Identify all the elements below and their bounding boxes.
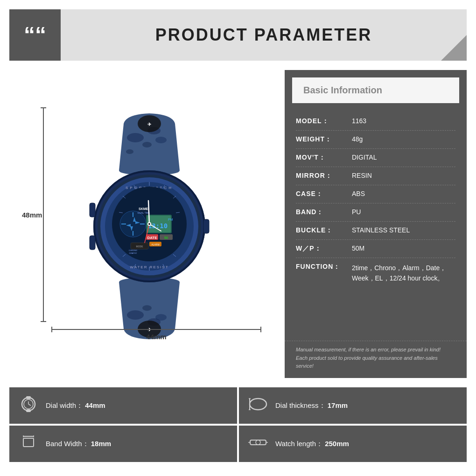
info-table: MODEL：1163WEIGHT：48gMOV'T：DIGITALMIRROR：… xyxy=(285,103,467,341)
info-row: BAND：PU xyxy=(296,203,455,222)
info-value: STAINLESS STEEL xyxy=(352,226,455,234)
watch-length-text: Watch length： 250mm xyxy=(275,440,349,448)
quote-block: ““ xyxy=(9,9,61,61)
svg-rect-74 xyxy=(23,438,34,447)
svg-text:PM: PM xyxy=(168,218,173,221)
svg-point-0 xyxy=(127,133,144,142)
svg-text:SKMEI: SKMEI xyxy=(139,207,149,210)
info-row: BUCKLE：STAINLESS STEEL xyxy=(296,222,455,240)
svg-text:DATE: DATE xyxy=(147,236,157,240)
bottom-specs: Dial width： 44mmDial thickness： 17mmBand… xyxy=(9,387,467,462)
svg-text:✈: ✈ xyxy=(147,122,152,127)
info-key: MIRROR： xyxy=(296,172,352,180)
svg-point-3 xyxy=(155,137,167,143)
dial-width-text: Dial width： 44mm xyxy=(46,401,105,410)
info-key: BUCKLE： xyxy=(296,226,352,235)
dial-thickness-icon xyxy=(248,396,268,415)
info-panel: Basic Information MODEL：1163WEIGHT：48gMO… xyxy=(285,70,467,378)
quote-icon: ““ xyxy=(24,24,46,46)
page-container: ““ PRODUCT PARAMETER 48mm xyxy=(0,0,476,476)
watch-svg: ✈ ✈ xyxy=(79,110,219,343)
info-value: 50M xyxy=(352,245,455,252)
info-value: 48g xyxy=(352,135,455,143)
info-key: CASE： xyxy=(296,190,352,198)
svg-point-70 xyxy=(250,399,266,410)
svg-text:MODE: MODE xyxy=(136,245,144,248)
info-key: MOV'T： xyxy=(296,154,352,162)
info-value: ABS xyxy=(352,190,455,197)
header: ““ PRODUCT PARAMETER xyxy=(9,9,467,61)
band-width-text: Band Width： 18mm xyxy=(46,440,111,448)
height-label: 48mm xyxy=(22,211,42,219)
h-line xyxy=(51,329,261,330)
info-row: W／P：50M xyxy=(296,240,455,258)
svg-point-51 xyxy=(148,223,150,225)
info-value: DIGITAL xyxy=(352,154,455,161)
info-value: RESIN xyxy=(352,172,455,179)
dial-thickness-text: Dial thickness： 17mm xyxy=(275,401,348,410)
corner-decoration xyxy=(441,35,467,61)
info-value: 2time，Chrono，Alarm，Date，Week，EL，12/24 ho… xyxy=(352,263,455,284)
v-line: 48mm xyxy=(43,107,44,322)
main-content: 48mm ✈ xyxy=(9,70,467,378)
svg-point-7 xyxy=(127,310,144,320)
svg-line-69 xyxy=(28,404,31,406)
info-row: WEIGHT：48g xyxy=(296,131,455,149)
vertical-dimension: 48mm xyxy=(43,107,44,322)
svg-text:CHRONO: CHRONO xyxy=(129,249,137,252)
info-value: PU xyxy=(352,208,455,216)
info-row: MOV'T：DIGITAL xyxy=(296,149,455,167)
svg-point-9 xyxy=(142,305,152,311)
spec-cell-band-width: Band Width： 18mm xyxy=(9,426,237,462)
info-key: W／P： xyxy=(296,245,352,253)
svg-rect-17 xyxy=(90,203,95,217)
info-key: FUNCTION： xyxy=(296,263,352,271)
info-note: Manual measurement, if there is an error… xyxy=(285,341,467,378)
svg-point-4 xyxy=(126,149,133,154)
svg-rect-78 xyxy=(250,440,266,445)
svg-rect-19 xyxy=(203,219,209,233)
info-key: BAND： xyxy=(296,208,352,217)
info-value: 1163 xyxy=(352,117,455,125)
svg-rect-18 xyxy=(90,236,95,250)
spec-cell-dial-width: Dial width： 44mm xyxy=(9,387,237,424)
info-key: WEIGHT： xyxy=(296,135,352,144)
band-width-icon xyxy=(19,434,38,454)
svg-point-10 xyxy=(155,314,167,321)
info-header: Basic Information xyxy=(292,77,459,103)
svg-text:GRAPHY: GRAPHY xyxy=(129,252,137,254)
watch-length-icon xyxy=(248,434,268,454)
page-title: PRODUCT PARAMETER xyxy=(61,25,467,45)
info-row: CASE：ABS xyxy=(296,185,455,203)
watch-area: 48mm ✈ xyxy=(9,70,275,378)
width-label: 44mm xyxy=(51,333,261,341)
spec-cell-watch-length: Watch length： 250mm xyxy=(239,426,467,462)
info-row: MODEL：1163 xyxy=(296,112,455,131)
info-key: MODEL： xyxy=(296,117,352,126)
spec-cell-dial-thickness: Dial thickness： 17mm xyxy=(239,387,467,424)
svg-text:ALARM: ALARM xyxy=(151,243,159,246)
svg-point-79 xyxy=(256,440,260,445)
basic-information-title: Basic Information xyxy=(303,85,448,96)
dial-width-icon xyxy=(19,396,38,415)
horizontal-dimension: 44mm xyxy=(51,329,261,341)
info-row: FUNCTION：2time，Chrono，Alarm，Date，Week，EL… xyxy=(296,258,455,288)
svg-text:50: 50 xyxy=(164,236,168,239)
info-row: MIRROR：RESIN xyxy=(296,167,455,185)
svg-point-2 xyxy=(142,142,152,147)
